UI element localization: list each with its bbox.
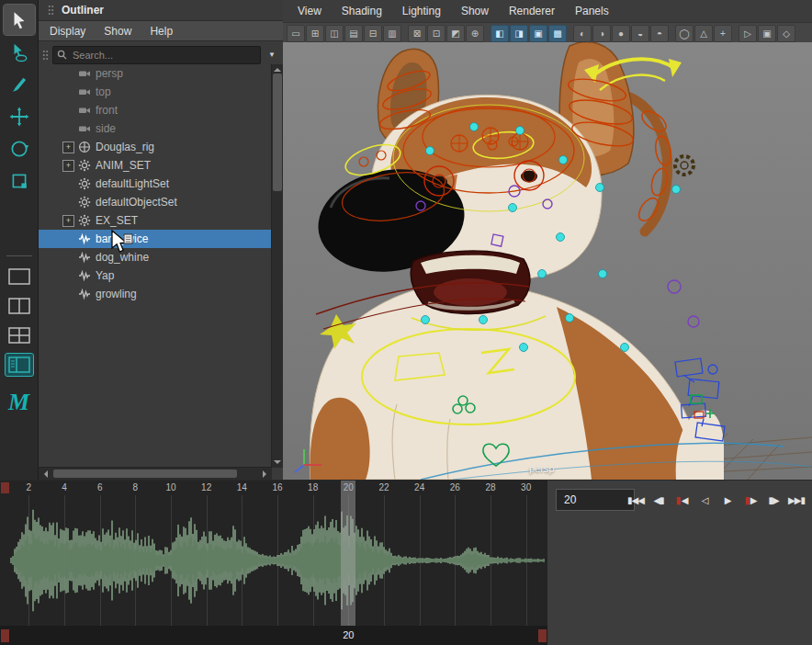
step-forward-frame-button[interactable]: ▮▶ (763, 488, 784, 512)
viewport-toolbar-button[interactable]: ▣ (758, 25, 776, 42)
outliner-item-ex-set[interactable]: EX_SET (39, 211, 272, 230)
play-forwards-button[interactable]: ▶ (717, 488, 738, 512)
outliner-item-side[interactable]: side (39, 119, 272, 138)
menu-panels[interactable]: Panels (575, 5, 609, 17)
expand-toggle[interactable] (62, 141, 74, 153)
viewport-toolbar-button[interactable]: ◯ (675, 25, 694, 42)
expand-toggle[interactable] (62, 160, 74, 172)
search-filter-dropdown-icon[interactable]: ▼ (265, 51, 279, 59)
viewport-toolbar-button[interactable]: ⊠ (408, 25, 426, 42)
menu-show[interactable]: Show (104, 25, 131, 38)
timeline: 24681012141618202224262830 20 20 ▮◀◀◀▮▮◀… (0, 480, 812, 645)
paint-select-tool-button[interactable] (4, 69, 35, 99)
outliner-item-persp[interactable]: persp (39, 64, 272, 83)
playback-glyph: ◀▮ (653, 495, 663, 505)
horizontal-scrollbar[interactable] (39, 467, 272, 480)
viewport-toolbar-button[interactable]: ▭ (287, 25, 305, 42)
viewport-toolbar-button[interactable]: ◩ (446, 25, 465, 42)
layout-outliner-persp-button[interactable] (6, 354, 33, 376)
layout-two-panes-side-button[interactable] (6, 295, 33, 317)
current-frame-marker[interactable] (341, 481, 355, 626)
play-backwards-button[interactable]: ◁ (694, 488, 715, 512)
outliner-item-yap[interactable]: Yap (39, 266, 272, 285)
outliner-item-growling[interactable]: growling (39, 285, 272, 303)
menu-renderer[interactable]: Renderer (509, 5, 555, 17)
go-to-start-button[interactable]: ▮◀◀ (626, 488, 646, 512)
scale-tool-button[interactable] (4, 165, 35, 196)
viewport-toolbar-button[interactable]: ◐ (573, 25, 592, 42)
viewport-toolbar-button[interactable]: ⊞ (306, 25, 324, 42)
expand-toggle[interactable] (62, 215, 74, 227)
scroll-left-icon[interactable] (40, 470, 48, 478)
frame-tick-label: 2 (27, 482, 32, 492)
step-back-frame-button[interactable]: ◀▮ (648, 488, 669, 512)
viewport-toolbar-button[interactable]: ◫ (325, 25, 344, 42)
vertical-scroll-thumb[interactable] (273, 74, 282, 191)
scroll-up-icon[interactable] (274, 64, 281, 72)
rotate-icon (9, 139, 29, 159)
viewport-toolbar-button[interactable]: ⊕ (466, 25, 484, 42)
outliner-item-anim-set[interactable]: ANIM_SET (39, 156, 272, 175)
scroll-right-icon[interactable] (263, 470, 270, 478)
frame-tick-label: 28 (485, 482, 495, 492)
search-input[interactable] (71, 49, 256, 62)
viewport-toolbar-button[interactable]: ◓ (650, 25, 669, 42)
step-forward-key-button[interactable]: ▮▶ (740, 488, 761, 512)
audio-icon (78, 269, 91, 282)
range-start-handle[interactable] (1, 482, 9, 493)
viewport-toolbar-button[interactable]: ◇ (777, 25, 795, 42)
menu-display[interactable]: Display (50, 25, 85, 38)
horizontal-scroll-thumb[interactable] (53, 470, 237, 478)
brush-icon (9, 74, 29, 95)
viewport-toolbar-button[interactable]: ◧ (491, 25, 509, 42)
outliner-item-top[interactable]: top (39, 83, 272, 101)
viewport-toolbar-button[interactable]: ▩ (548, 25, 567, 42)
outliner-item-douglas-rig[interactable]: Douglas_rig (39, 138, 272, 156)
scroll-down-icon[interactable] (274, 460, 281, 468)
range-handle-left[interactable] (1, 629, 9, 642)
current-frame-field[interactable]: 20 (556, 489, 635, 511)
range-handle-right[interactable] (538, 629, 547, 642)
viewport-toolbar-button[interactable]: ⊟ (364, 25, 382, 42)
layout-single-pane-button[interactable] (6, 266, 33, 288)
viewport-toolbar-button[interactable]: ▷ (739, 25, 757, 42)
search-box[interactable] (52, 46, 261, 64)
set-icon (78, 214, 91, 227)
outliner-item-bark-twice[interactable]: bark_twice (39, 230, 272, 248)
outliner-item-default-object-set[interactable]: defaultObjectSet (39, 193, 272, 211)
menu-shading[interactable]: Shading (342, 5, 382, 17)
go-to-end-button[interactable]: ▶▶▮ (786, 488, 806, 512)
viewport-toolbar-button[interactable]: ◨ (510, 25, 528, 42)
playback-glyph: ▶ (725, 495, 731, 505)
menu-help[interactable]: Help (150, 25, 173, 38)
viewport-toolbar-button[interactable]: + (714, 25, 732, 42)
vertical-scrollbar[interactable] (271, 64, 283, 468)
range-slider[interactable]: 20 (0, 626, 547, 645)
viewport-toolbar-button[interactable]: ⊡ (427, 25, 445, 42)
viewport-toolbar-button[interactable]: ▤ (344, 25, 363, 42)
viewport-toolbar-button[interactable]: ▣ (529, 25, 547, 42)
viewport-canvas[interactable]: persp (283, 42, 812, 480)
select-tool-button[interactable] (4, 5, 35, 35)
viewport-toolbar-button[interactable]: △ (694, 25, 713, 42)
outliner-tab[interactable]: Outliner (39, 0, 283, 20)
move-tool-button[interactable] (4, 101, 35, 131)
outliner-item-default-light-set[interactable]: defaultLightSet (39, 175, 272, 193)
rotate-tool-button[interactable] (4, 133, 35, 164)
lasso-tool-button[interactable] (4, 37, 35, 67)
time-slider[interactable]: 24681012141618202224262830 (0, 481, 547, 626)
viewport-toolbar-button[interactable]: ◒ (631, 25, 649, 42)
menu-lighting[interactable]: Lighting (402, 5, 441, 17)
menu-view[interactable]: View (298, 5, 321, 17)
layout-four-panes-button[interactable] (6, 324, 33, 346)
playback-area: 20 ▮◀◀◀▮▮◀◁▶▮▶▮▶▶▶▮ (547, 481, 812, 645)
step-back-key-button[interactable]: ▮◀ (671, 488, 692, 512)
outliner-item-front[interactable]: front (39, 101, 272, 119)
outliner-item-dog-whine[interactable]: dog_whine (39, 248, 272, 266)
menu-show[interactable]: Show (461, 5, 489, 17)
viewport-toolbar-button[interactable]: ◑ (592, 25, 611, 42)
viewport-toolbar-button[interactable]: ● (612, 25, 630, 42)
viewport-toolbar-button[interactable]: ▥ (383, 25, 401, 42)
playback-glyph: ▮◀◀ (627, 495, 644, 505)
scale-icon (9, 171, 29, 191)
